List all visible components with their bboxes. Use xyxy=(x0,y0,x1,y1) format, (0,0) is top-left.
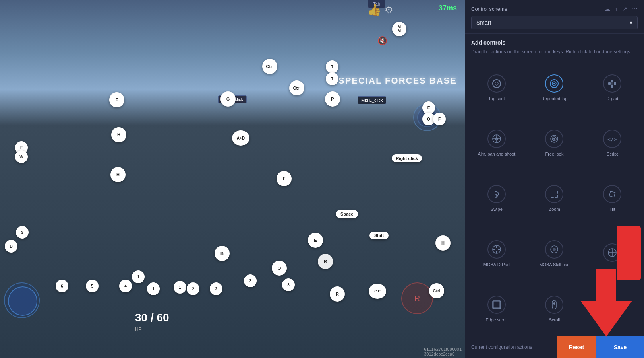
save-button[interactable]: Save xyxy=(596,336,644,358)
control-tilt[interactable]: Tilt xyxy=(584,171,641,225)
n1-key-2[interactable]: 1 xyxy=(147,282,160,295)
ctrl-key-2[interactable]: Ctrl xyxy=(289,80,304,95)
aim-icon xyxy=(487,130,506,148)
repeated-tap-icon xyxy=(545,74,563,93)
joystick-inner xyxy=(8,286,37,316)
more-icon[interactable]: ⋯ xyxy=(632,6,638,12)
n3-key-2[interactable]: 3 xyxy=(282,278,295,291)
b-key[interactable]: B xyxy=(215,246,230,261)
svg-rect-23 xyxy=(498,249,500,250)
n3-key-1[interactable]: 3 xyxy=(244,274,257,287)
n6-key[interactable]: 6 xyxy=(56,280,68,292)
panel-header-row: Control scheme ☁ ↑ ↗ ⋯ xyxy=(471,6,638,12)
panel-title: Control scheme xyxy=(471,6,507,12)
game-scene xyxy=(0,0,465,358)
tap-spot-icon xyxy=(487,74,506,93)
ad-key[interactable]: A+D xyxy=(232,130,249,146)
control-dpad[interactable]: D-pad xyxy=(584,60,641,115)
header-icons: ☁ ↑ ↗ ⋯ xyxy=(605,6,638,12)
add-controls-section: Add controls Drag the actions on the scr… xyxy=(465,34,644,60)
svg-rect-9 xyxy=(611,82,613,85)
zoom-icon xyxy=(545,185,563,203)
add-controls-title: Add controls xyxy=(471,39,638,46)
d-key[interactable]: D xyxy=(5,240,17,253)
svg-rect-32 xyxy=(493,301,501,302)
control-repeated-tap[interactable]: Repeated tap xyxy=(526,60,583,115)
thumbsup-icon: 👍 xyxy=(367,3,381,16)
e-key-2[interactable]: E xyxy=(308,233,323,248)
reset-button[interactable]: Reset xyxy=(557,336,596,358)
p-key[interactable]: P xyxy=(325,91,340,107)
free-look-icon xyxy=(545,130,563,148)
repeated-tap-label: Repeated tap xyxy=(541,96,567,101)
panel-header: Control scheme ☁ ↑ ↗ ⋯ Smart ▾ xyxy=(465,0,644,34)
control-free-look[interactable]: Free look xyxy=(526,115,583,170)
n2-key-2[interactable]: 2 xyxy=(210,282,222,295)
svg-rect-8 xyxy=(614,82,616,85)
n2-key-1[interactable]: 2 xyxy=(187,282,199,295)
gear-icon[interactable]: ⚙ xyxy=(385,4,393,16)
scheme-dropdown[interactable]: Smart ▾ xyxy=(471,16,638,29)
control-scroll[interactable]: Scroll xyxy=(526,281,583,336)
game-area: Tab 👍 ⚙ 🔇 M M 37ms SPECIAL FORCES BASE M… xyxy=(0,0,465,358)
f-key-2[interactable]: F xyxy=(433,113,446,125)
ctrl-key-3[interactable]: Ctrl xyxy=(429,283,444,298)
scroll-label: Scroll xyxy=(549,317,560,323)
r-key-2[interactable]: R xyxy=(330,286,345,302)
s-key[interactable]: S xyxy=(16,226,29,239)
n1-key-3[interactable]: 1 xyxy=(174,281,186,294)
h-key-2[interactable]: H xyxy=(110,167,126,182)
svg-point-1 xyxy=(495,82,498,85)
f-key-1[interactable]: F xyxy=(109,92,124,107)
share-icon[interactable]: ↗ xyxy=(623,6,627,12)
g-key[interactable]: G xyxy=(220,91,236,107)
control-edge-scroll[interactable]: Edge scroll xyxy=(468,281,525,336)
svg-rect-6 xyxy=(611,85,613,88)
moba-dpad-label: MOBA D-Pad xyxy=(483,262,510,267)
svg-rect-5 xyxy=(611,80,613,82)
n4-key[interactable]: 4 xyxy=(119,280,132,292)
r-key-1[interactable]: R xyxy=(318,254,333,269)
svg-rect-21 xyxy=(496,251,497,253)
q-key-2[interactable]: Q xyxy=(272,261,287,276)
control-moba-dpad[interactable]: MOBA D-Pad xyxy=(468,226,525,280)
space-key: Space xyxy=(336,210,358,218)
control-script[interactable]: </> Script xyxy=(584,115,641,170)
volume-icon[interactable]: 🔇 xyxy=(377,36,387,45)
h-key-1[interactable]: H xyxy=(111,127,126,142)
control-zoom[interactable]: Zoom xyxy=(526,171,583,225)
control-unknown[interactable] xyxy=(584,226,641,280)
add-controls-desc: Drag the actions on the screen to bind k… xyxy=(471,48,638,55)
f-key-3[interactable]: F xyxy=(277,171,292,186)
base-text: SPECIAL FORCES BASE xyxy=(338,76,457,86)
cloud-icon[interactable]: ☁ xyxy=(605,6,610,12)
ping-display: 37ms xyxy=(439,4,457,12)
control-moba-skill[interactable]: MOBA Skill pad xyxy=(526,226,583,280)
cc-key[interactable]: C C xyxy=(369,284,386,299)
n5-key[interactable]: 5 xyxy=(86,280,99,292)
hud-top-right: 👍 ⚙ xyxy=(367,3,393,16)
control-tap-spot[interactable]: Tap spot xyxy=(468,60,525,115)
svg-rect-33 xyxy=(493,307,501,309)
edge-scroll-icon xyxy=(487,296,506,314)
code-footer: 610162761f080001 3012dcbc2cca0 xyxy=(421,345,465,358)
w-key[interactable]: W xyxy=(15,150,28,163)
ctrl-key-1[interactable]: Ctrl xyxy=(262,59,277,74)
t-key-1[interactable]: T xyxy=(326,60,338,73)
h-key-3[interactable]: H xyxy=(435,235,451,251)
n1-key-1[interactable]: 1 xyxy=(132,270,145,283)
mid-label-pos: Mid L_click xyxy=(358,96,386,104)
upload-icon[interactable]: ↑ xyxy=(615,6,618,12)
swipe-icon xyxy=(487,185,506,203)
control-swipe[interactable]: Swipe xyxy=(468,171,525,225)
swipe-label: Swipe xyxy=(491,206,503,212)
control-aim[interactable]: Aim, pan and shoot xyxy=(468,115,525,170)
scroll-icon xyxy=(545,296,563,314)
t-key-2[interactable]: T xyxy=(326,72,338,85)
tilt-icon xyxy=(603,185,621,203)
svg-text:</>: </> xyxy=(607,136,617,142)
dpad-icon xyxy=(603,74,621,93)
bottom-bar: Current configuration actions Reset Save xyxy=(465,336,644,358)
script-label: Script xyxy=(607,151,618,157)
current-config-label: Current configuration actions xyxy=(465,336,557,358)
